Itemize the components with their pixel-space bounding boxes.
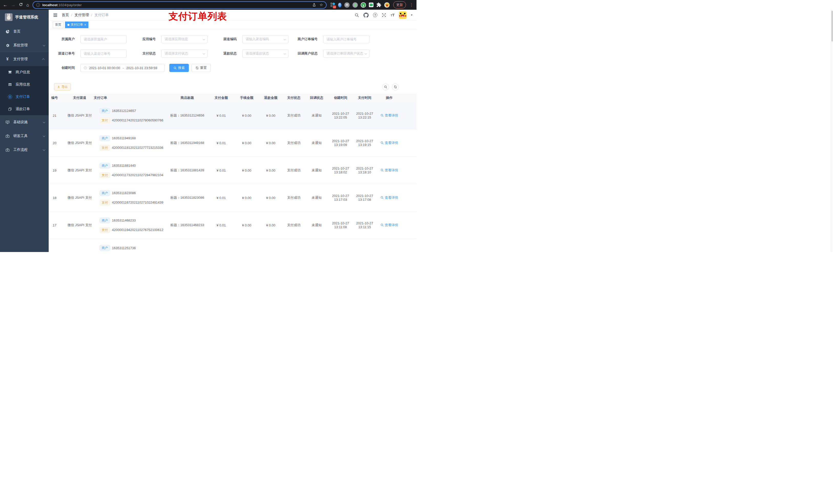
merchant-input[interactable] — [80, 35, 126, 43]
browser-update-button[interactable]: 更新 — [393, 1, 406, 8]
recorder-extension-icon[interactable] — [353, 2, 358, 8]
github-icon[interactable] — [363, 13, 368, 18]
channel-order-no-input[interactable] — [80, 49, 126, 57]
profile-avatar-icon[interactable] — [384, 2, 389, 8]
magnifier-icon — [380, 114, 384, 117]
toggle-search-button[interactable] — [382, 83, 389, 90]
table-row[interactable]: 商户1635311251736 — [49, 239, 416, 252]
extension-badge: 10 — [333, 5, 336, 8]
browser-forward-icon[interactable]: → — [11, 3, 15, 7]
table-row[interactable]: 19 微信 JSAPI 支付 商户1635311881440 支付4200001… — [49, 157, 416, 184]
sidebar-item-workflow[interactable]: 工作流程 — [0, 143, 49, 157]
app-logo-row[interactable]: 芋道管理系统 — [0, 10, 49, 25]
view-detail-link[interactable]: 查看详情 — [380, 141, 398, 145]
view-detail-link[interactable]: 查看详情 — [380, 223, 398, 227]
channel-order-no: 4200001173202110272847982104 — [112, 173, 163, 177]
merchant-order-no: 1635311881440 — [112, 164, 136, 167]
refresh-table-button[interactable] — [392, 83, 399, 90]
user-avatar[interactable] — [399, 11, 406, 19]
browser-menu-icon[interactable]: ⋮ — [410, 3, 413, 7]
briefcase-icon — [5, 134, 10, 138]
help-icon[interactable]: ? — [373, 13, 377, 17]
sidebar-item-system[interactable]: 系统管理 — [0, 39, 49, 52]
table-header-row: 编号 支付渠道 支付订单 商品标题 支付金额 手续金额 退款金额 支付状态 回调… — [49, 94, 416, 102]
tag-pay-order[interactable]: 支付订单 × — [65, 22, 88, 28]
browser-back-icon[interactable]: ← — [3, 3, 7, 7]
refund-status-select[interactable]: 请选择退款状态 — [242, 49, 288, 57]
grid-icon — [8, 82, 12, 87]
y-extension-icon[interactable]: y — [361, 2, 366, 8]
avatar-caret-icon[interactable]: ▾ — [411, 13, 412, 17]
merchant-tag: 商户 — [100, 108, 110, 114]
search-form: 所属商户 应用编号 请选择应用信息 渠道编码 请输入渠道编码 商户订单编号 — [49, 29, 416, 72]
sidebar-item-pay-order[interactable]: ¥ 支付订单 — [0, 91, 49, 103]
refresh-icon — [195, 66, 199, 70]
refresh-icon — [394, 85, 397, 89]
notify-status: 未通知 — [305, 168, 328, 173]
pay-status-select[interactable]: 请选择支付状态 — [161, 49, 208, 57]
sidebar-item-home[interactable]: 首页 — [0, 25, 49, 39]
share-icon[interactable] — [312, 3, 316, 7]
documents-icon — [8, 107, 12, 111]
sidebar-item-payment[interactable]: ¥ 支付管理 — [0, 52, 49, 66]
storefront-icon — [8, 70, 12, 74]
font-size-icon[interactable]: TT — [390, 13, 395, 17]
search-icon[interactable] — [355, 13, 359, 18]
view-detail-link[interactable]: 查看详情 — [380, 195, 398, 200]
chevron-down-icon — [203, 38, 205, 40]
pay-status: 支付成功 — [283, 141, 305, 145]
table-row[interactable]: 21 微信 JSAPI 支付 商户1635312124657 支付4200001… — [49, 102, 416, 129]
breadcrumb: 首页 / 支付管理 / 支付订单 — [62, 13, 109, 18]
breadcrumb-home[interactable]: 首页 — [62, 13, 69, 18]
sidebar-item-merchant-info[interactable]: 商户信息 — [0, 66, 49, 78]
browser-home-icon[interactable]: ⌂ — [26, 3, 29, 7]
search-button[interactable]: 搜索 — [169, 64, 189, 72]
url-text[interactable]: localhost:1024/pay/order — [42, 3, 82, 7]
yen-icon: ¥ — [5, 57, 10, 62]
app-select[interactable]: 请选择应用信息 — [161, 35, 208, 43]
pay-tag: 支付 — [100, 172, 110, 178]
command-extension-icon[interactable]: ⌘ — [344, 2, 350, 8]
fullscreen-icon[interactable] — [382, 13, 386, 18]
merchant-order-no: 1635311823086 — [112, 191, 136, 195]
sidebar-item-app-info[interactable]: 应用信息 — [0, 78, 49, 91]
url-bar[interactable]: i localhost:1024/pay/order ☆ — [32, 1, 327, 9]
extensions-puzzle-icon[interactable] — [376, 2, 381, 7]
export-button[interactable]: 导出 — [54, 83, 71, 90]
sidebar-item-devtools[interactable]: 研发工具 — [0, 129, 49, 143]
sidebar-item-infra[interactable]: 基础设施 — [0, 115, 49, 129]
tag-home[interactable]: 首页 — [53, 22, 64, 28]
merchant-order-no-input[interactable] — [323, 35, 370, 43]
table-row[interactable]: 17 微信 JSAPI 支付 商户1635311468233 支付4200001… — [49, 212, 416, 239]
table-row[interactable]: 18 微信 JSAPI 支付 商户1635311823086 支付4200001… — [49, 184, 416, 212]
download-icon — [57, 85, 60, 88]
merchant-order-no: 1635311251736 — [112, 246, 136, 250]
pay-status: 支付成功 — [283, 195, 305, 200]
chevron-up-icon — [42, 58, 45, 61]
bookmark-star-icon[interactable]: ☆ — [320, 3, 323, 7]
notify-status-select[interactable]: 请选择订单回调商户状态 — [323, 49, 370, 57]
site-info-icon[interactable]: i — [36, 3, 40, 7]
close-icon[interactable]: × — [84, 23, 86, 27]
sidebar-toggle-icon[interactable] — [53, 13, 58, 18]
date-range-input[interactable]: 2021-10-01 00:00:00 - 2021-10-31 23:59:5… — [80, 64, 164, 72]
view-detail-link[interactable]: 查看详情 — [380, 113, 398, 118]
browser-reload-icon[interactable] — [19, 3, 23, 7]
table-row[interactable]: 20 微信 JSAPI 支付 商户1635311949168 支付4200001… — [49, 129, 416, 157]
channel-order-no: 4200001167202110271022491439 — [112, 200, 163, 205]
view-detail-link[interactable]: 查看详情 — [380, 168, 398, 173]
balloon-extension-icon[interactable] — [338, 3, 341, 7]
magnifier-icon — [380, 223, 384, 226]
sketch-extension-icon[interactable]: 10 — [330, 2, 335, 7]
monitor-icon — [5, 120, 10, 124]
notify-status: 未通知 — [305, 223, 328, 227]
sidebar-item-refund-order[interactable]: 退款订单 — [0, 103, 49, 115]
reset-button[interactable]: 重置 — [191, 64, 211, 72]
pay-tag: 支付 — [100, 227, 110, 233]
channel-code-filter: 渠道编码 请输入渠道编码 — [214, 35, 294, 43]
chat-extension-icon[interactable] — [369, 3, 374, 7]
tags-view-bar: 首页 支付订单 × — [49, 21, 416, 29]
breadcrumb-payment[interactable]: 支付管理 — [74, 13, 89, 18]
channel-code-select[interactable]: 请输入渠道编码 — [242, 35, 288, 43]
merchant-tag: 商户 — [100, 190, 110, 196]
